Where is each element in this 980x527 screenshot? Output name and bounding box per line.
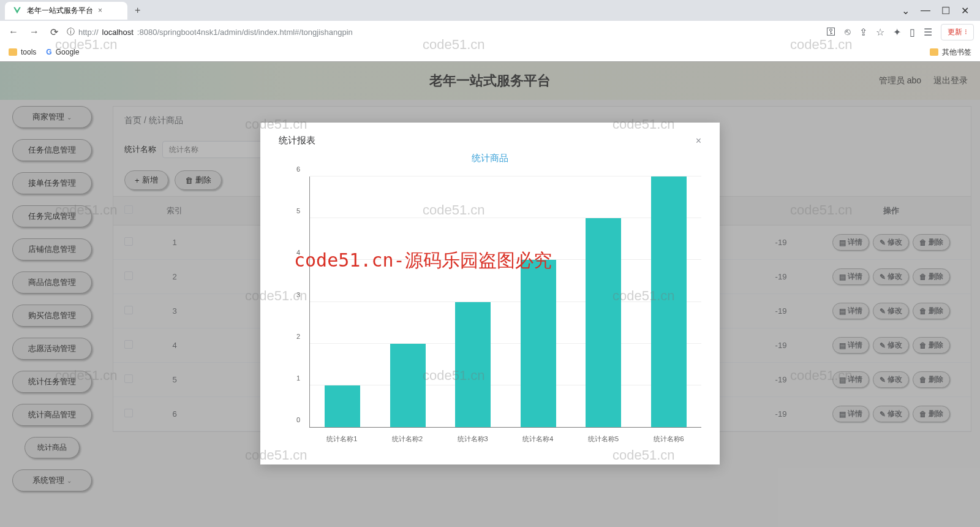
address-bar: ← → ⟳ ⓘ http://localhost:8080/springboot…	[0, 21, 980, 43]
chevron-down-icon[interactable]: ⌄	[902, 5, 910, 17]
close-icon[interactable]: ×	[98, 6, 102, 15]
reload-button[interactable]: ⟳	[48, 24, 61, 40]
bookmark-bar: tools GGoogle 其他书签	[0, 43, 980, 61]
puzzle-icon[interactable]: ✦	[893, 26, 901, 38]
x-tick-label: 统计名称2	[392, 434, 423, 444]
google-icon: G	[46, 48, 51, 56]
stat-modal: 统计报表 × 统计商品 0123456 统计名称1统计名称2统计名称3统计名称4…	[260, 123, 720, 464]
chart-bar	[651, 176, 687, 427]
chart-bar	[325, 385, 360, 427]
bookmark-other[interactable]: 其他书签	[930, 47, 971, 58]
chart-bar	[390, 344, 426, 427]
window-controls: ⌄ — ☐ ✕	[902, 5, 975, 17]
folder-icon	[9, 48, 17, 56]
panel-icon[interactable]: ▯	[910, 26, 915, 38]
x-tick-label: 统计名称1	[326, 434, 357, 444]
bar-chart: 0123456 统计名称1统计名称2统计名称3统计名称4统计名称5统计名称6	[279, 176, 701, 446]
browser-chrome: 老年一站式服务平台 × + ⌄ — ☐ ✕ ← → ⟳ ⓘ http://loc…	[0, 0, 980, 62]
modal-title: 统计报表	[279, 135, 315, 146]
maximize-icon[interactable]: ☐	[941, 5, 950, 17]
minimize-icon[interactable]: —	[921, 5, 930, 17]
x-tick-label: 统计名称3	[458, 434, 488, 444]
chart-bar	[586, 218, 621, 427]
bookmark-tools[interactable]: tools	[9, 48, 36, 56]
translate-icon[interactable]: ⎋	[845, 26, 851, 37]
star-icon[interactable]: ☆	[876, 26, 884, 38]
share-icon[interactable]: ⇪	[859, 26, 867, 38]
url-box[interactable]: ⓘ http://localhost:8080/springboot4nsk1/…	[67, 26, 820, 37]
x-tick-label: 统计名称6	[654, 434, 684, 444]
chart-bar	[455, 302, 491, 428]
chart-title: 统计商品	[279, 153, 701, 164]
browser-tab[interactable]: 老年一站式服务平台 ×	[5, 2, 127, 20]
key-icon[interactable]: ⚿	[826, 26, 836, 37]
chart-bar	[521, 260, 556, 427]
folder-icon	[930, 48, 938, 56]
avatar-icon[interactable]: ☰	[924, 26, 932, 38]
x-tick-label: 统计名称5	[588, 434, 619, 444]
x-tick-label: 统计名称4	[522, 434, 553, 444]
back-button[interactable]: ←	[6, 24, 21, 40]
vue-icon	[12, 6, 22, 15]
bookmark-google[interactable]: GGoogle	[46, 48, 79, 56]
forward-button[interactable]: →	[27, 24, 42, 40]
tab-title: 老年一站式服务平台	[27, 6, 93, 16]
close-window-icon[interactable]: ✕	[961, 5, 969, 17]
update-button[interactable]: 更新⁝	[941, 24, 974, 40]
info-icon: ⓘ	[67, 26, 75, 37]
new-tab-button[interactable]: +	[132, 2, 143, 18]
tab-bar: 老年一站式服务平台 × + ⌄ — ☐ ✕	[0, 0, 980, 21]
close-icon[interactable]: ×	[696, 135, 701, 146]
